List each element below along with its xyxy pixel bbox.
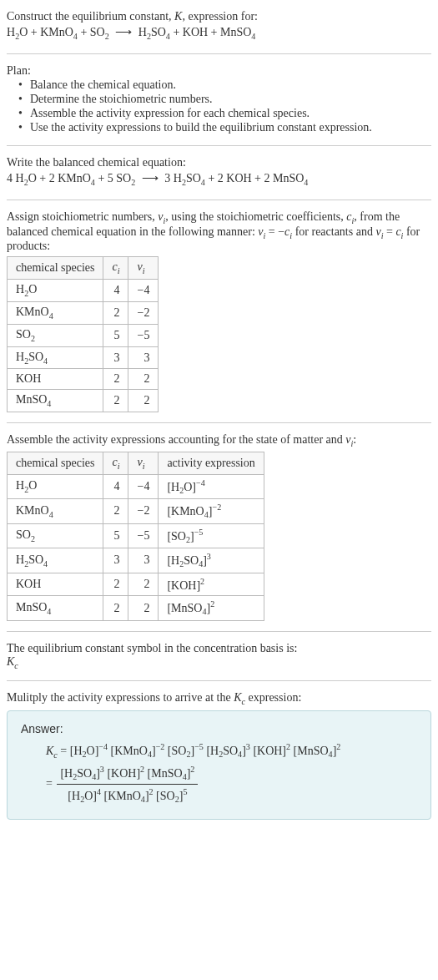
col-species: chemical species bbox=[8, 257, 103, 280]
header-section: Construct the equilibrium constant, K, e… bbox=[7, 5, 431, 48]
cell-c: 2 bbox=[103, 369, 128, 390]
bullet-icon: • bbox=[18, 78, 25, 92]
plan-section: Plan: •Balance the chemical equation. •D… bbox=[7, 59, 431, 140]
answer-box: Answer: Kc = [H2O]−4 [KMnO4]−2 [SO2]−5 [… bbox=[7, 710, 431, 820]
table-row: H2SO433 bbox=[8, 346, 159, 369]
balanced-section: Write the balanced chemical equation: 4 … bbox=[7, 151, 431, 194]
bullet-icon: • bbox=[18, 107, 25, 120]
list-item: •Balance the chemical equation. bbox=[18, 78, 431, 92]
cell-c: 2 bbox=[103, 573, 128, 596]
cell-species: KMnO4 bbox=[8, 499, 103, 523]
cell-activity: [KOH]2 bbox=[159, 573, 264, 596]
cell-nu: 3 bbox=[128, 346, 159, 369]
stoich-section: Assign stoichiometric numbers, νi, using… bbox=[7, 205, 431, 417]
plan-bullet: Determine the stoichiometric numbers. bbox=[30, 93, 213, 106]
table-row: MnSO422[MnSO4]2 bbox=[8, 596, 264, 620]
cell-c: 5 bbox=[103, 324, 128, 346]
balanced-label: Write the balanced chemical equation: bbox=[7, 156, 431, 169]
table-row: SO25−5 bbox=[8, 324, 159, 346]
plan-label: Plan: bbox=[7, 64, 431, 78]
cell-nu: −2 bbox=[128, 302, 159, 325]
activity-intro: Assemble the activity expressions accoun… bbox=[7, 433, 431, 448]
cell-activity: [H2O]−4 bbox=[159, 474, 264, 498]
table-row: KMnO42−2 bbox=[8, 302, 159, 325]
cell-species: H2SO4 bbox=[8, 346, 103, 369]
cell-c: 5 bbox=[103, 523, 128, 548]
cell-species: MnSO4 bbox=[8, 390, 103, 412]
divider bbox=[7, 680, 431, 681]
fraction-numerator: [H2SO4]3 [KOH]2 [MnSO4]2 bbox=[57, 762, 198, 786]
plan-bullet: Use the activity expressions to build th… bbox=[30, 121, 372, 134]
table-row: H2O4−4[H2O]−4 bbox=[8, 474, 264, 498]
cell-c: 2 bbox=[103, 390, 128, 412]
fraction-denominator: [H2O]4 [KMnO4]2 [SO2]5 bbox=[57, 785, 198, 807]
cell-nu: −5 bbox=[128, 523, 159, 548]
cell-activity: [KMnO4]−2 bbox=[159, 499, 264, 523]
plan-bullet: Assemble the activity expression for eac… bbox=[30, 107, 310, 120]
table-row: H2SO433[H2SO4]3 bbox=[8, 548, 264, 573]
cell-nu: −2 bbox=[128, 499, 159, 523]
header-title: Construct the equilibrium constant, K, e… bbox=[7, 10, 431, 23]
balanced-equation: 4 H2O + 2 KMnO4 + 5 SO2 ⟶ 3 H2SO4 + 2 KO… bbox=[7, 169, 431, 189]
cell-c: 4 bbox=[103, 280, 128, 302]
bullet-icon: • bbox=[18, 121, 25, 134]
answer-label: Answer: bbox=[21, 720, 420, 740]
activity-table: chemical species ci νi activity expressi… bbox=[7, 452, 264, 621]
cell-species: SO2 bbox=[8, 523, 103, 548]
col-nui: νi bbox=[128, 257, 159, 280]
kc-fraction-expression: = [H2SO4]3 [KOH]2 [MnSO4]2 [H2O]4 [KMnO4… bbox=[46, 762, 420, 807]
cell-c: 3 bbox=[103, 548, 128, 573]
arrow-icon: ⟶ bbox=[138, 169, 162, 188]
cell-species: KMnO4 bbox=[8, 302, 103, 325]
stoich-table: chemical species ci νi H2O4−4 KMnO42−2 S… bbox=[7, 256, 159, 412]
divider bbox=[7, 53, 431, 54]
cell-species: H2SO4 bbox=[8, 548, 103, 573]
table-row: SO25−5[SO2]−5 bbox=[8, 523, 264, 548]
page: Construct the equilibrium constant, K, e… bbox=[0, 0, 438, 833]
cell-nu: 2 bbox=[128, 369, 159, 390]
plan-list: •Balance the chemical equation. •Determi… bbox=[7, 78, 431, 134]
bullet-icon: • bbox=[18, 93, 25, 106]
multiply-section: Mulitply the activity expressions to arr… bbox=[7, 686, 431, 825]
kc-flat-expression: Kc = [H2O]−4 [KMnO4]−2 [SO2]−5 [H2SO4]3 … bbox=[46, 740, 420, 762]
col-nui: νi bbox=[128, 452, 159, 475]
cell-species: H2O bbox=[8, 474, 103, 498]
cell-activity: [H2SO4]3 bbox=[159, 548, 264, 573]
divider bbox=[7, 422, 431, 423]
cell-species: KOH bbox=[8, 573, 103, 596]
table-row: KMnO42−2[KMnO4]−2 bbox=[8, 499, 264, 523]
cell-activity: [SO2]−5 bbox=[159, 523, 264, 548]
kc-symbol-text: The equilibrium constant symbol in the c… bbox=[7, 642, 431, 655]
cell-nu: −4 bbox=[128, 474, 159, 498]
cell-nu: 2 bbox=[128, 596, 159, 620]
table-row: KOH22[KOH]2 bbox=[8, 573, 264, 596]
stoich-intro: Assign stoichiometric numbers, νi, using… bbox=[7, 210, 431, 254]
answer-body: Kc = [H2O]−4 [KMnO4]−2 [SO2]−5 [H2SO4]3 … bbox=[21, 740, 420, 807]
cell-nu: −5 bbox=[128, 324, 159, 346]
col-activity: activity expression bbox=[159, 452, 264, 475]
cell-nu: 2 bbox=[128, 573, 159, 596]
cell-c: 2 bbox=[103, 499, 128, 523]
cell-c: 3 bbox=[103, 346, 128, 369]
kc-symbol: Kc bbox=[7, 655, 431, 670]
table-row: KOH22 bbox=[8, 369, 159, 390]
list-item: •Use the activity expressions to build t… bbox=[18, 121, 431, 134]
list-item: •Determine the stoichiometric numbers. bbox=[18, 93, 431, 106]
cell-species: KOH bbox=[8, 369, 103, 390]
divider bbox=[7, 631, 431, 632]
divider bbox=[7, 200, 431, 200]
cell-activity: [MnSO4]2 bbox=[159, 596, 264, 620]
plan-bullet: Balance the chemical equation. bbox=[30, 78, 176, 92]
list-item: •Assemble the activity expression for ea… bbox=[18, 107, 431, 120]
col-ci: ci bbox=[103, 452, 128, 475]
divider bbox=[7, 145, 431, 146]
cell-c: 2 bbox=[103, 596, 128, 620]
multiply-intro: Mulitply the activity expressions to arr… bbox=[7, 691, 431, 706]
table-header-row: chemical species ci νi bbox=[8, 257, 159, 280]
cell-nu: 3 bbox=[128, 548, 159, 573]
header-equation: H2O + KMnO4 + SO2 ⟶ H2SO4 + KOH + MnSO4 bbox=[7, 23, 431, 43]
col-species: chemical species bbox=[8, 452, 103, 475]
cell-species: MnSO4 bbox=[8, 596, 103, 620]
cell-c: 4 bbox=[103, 474, 128, 498]
cell-nu: −4 bbox=[128, 280, 159, 302]
